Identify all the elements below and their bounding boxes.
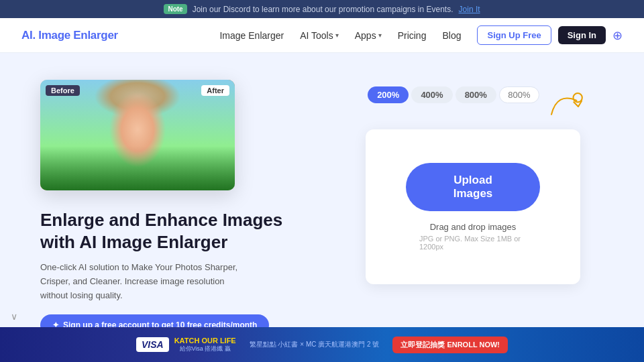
nav-item-pricing[interactable]: Pricing — [398, 30, 427, 41]
upload-section: 200% 400% 800% Upload Images Drag and dr… — [342, 80, 604, 284]
upload-button[interactable]: Upload Images — [406, 163, 540, 211]
nav-item-blog[interactable]: Blog — [442, 30, 461, 41]
nav-item-ai-tools[interactable]: AI Tools ▾ — [300, 30, 339, 41]
notification-bar: Note Join our Discord to learn more abou… — [0, 0, 644, 18]
comparison-image — [40, 80, 235, 190]
signin-button[interactable]: Sign In — [558, 26, 606, 44]
ad-banner: VISA KATCH OUR LIFE 給你Visa 搭港纖 贏 繁星點點 小紅… — [0, 327, 644, 362]
chevron-down-icon: ∨ — [11, 311, 17, 322]
signup-button[interactable]: Sign Up Free — [477, 25, 551, 45]
arrow-doodle — [545, 86, 592, 120]
upload-dropzone: Upload Images Drag and drop images JPG o… — [366, 129, 580, 284]
ad-tagline: KATCH OUR LIFE — [174, 337, 236, 345]
drag-drop-text: Drag and drop images — [430, 222, 517, 232]
scroll-indicator: ∨ — [11, 311, 17, 322]
main-content: Before After Enlarge and Enhance Images … — [0, 53, 644, 362]
discord-icon[interactable]: ⊕ — [612, 28, 623, 43]
navbar: AI. Image Enlarger Image Enlarger AI Too… — [0, 18, 644, 53]
zoom-400-button[interactable]: 400% — [411, 86, 452, 103]
ad-cta-button[interactable]: 立即登記抽獎 ENROLL NOW! — [392, 337, 508, 353]
nav-links: Image Enlarger AI Tools ▾ Apps ▾ Pricing… — [219, 30, 461, 41]
zoom-custom-input[interactable] — [499, 86, 539, 103]
nav-actions: Sign Up Free Sign In ⊕ — [477, 25, 623, 45]
hero-subtext: One-click AI solution to Make Your Photo… — [40, 261, 241, 302]
notif-text: Join our Discord to learn more about our… — [193, 5, 453, 14]
zoom-200-button[interactable]: 200% — [368, 86, 409, 103]
zoom-options: 200% 400% 800% — [368, 86, 539, 103]
chevron-down-icon: ▾ — [378, 32, 382, 39]
note-badge: Note — [164, 4, 186, 14]
ad-sub: 給你Visa 搭港纖 贏 — [180, 345, 231, 353]
site-logo: AI. Image Enlarger — [21, 29, 118, 42]
visa-logo: VISA — [136, 337, 169, 352]
notif-link[interactable]: Join It — [459, 5, 480, 14]
hero-left: Before After Enlarge and Enhance Images … — [40, 80, 302, 336]
ad-details: 繁星點點 小紅書 × MC 廣天航運港澳門 2 號 — [250, 340, 380, 349]
before-badge: Before — [46, 85, 80, 96]
hero-headline: Enlarge and Enhance Images with AI Image… — [40, 209, 302, 253]
svg-point-0 — [573, 93, 582, 102]
chevron-down-icon: ▾ — [335, 32, 339, 39]
image-comparison: Before After — [40, 80, 235, 190]
format-hint-text: JPG or PNG. Max Size 1MB or 1200px — [419, 235, 527, 251]
ad-visa-section: VISA KATCH OUR LIFE 給你Visa 搭港纖 贏 — [136, 337, 236, 353]
nav-item-apps[interactable]: Apps ▾ — [355, 30, 382, 41]
after-badge: After — [201, 85, 229, 96]
nav-item-image-enlarger[interactable]: Image Enlarger — [219, 30, 284, 41]
zoom-800-button[interactable]: 800% — [455, 86, 496, 103]
